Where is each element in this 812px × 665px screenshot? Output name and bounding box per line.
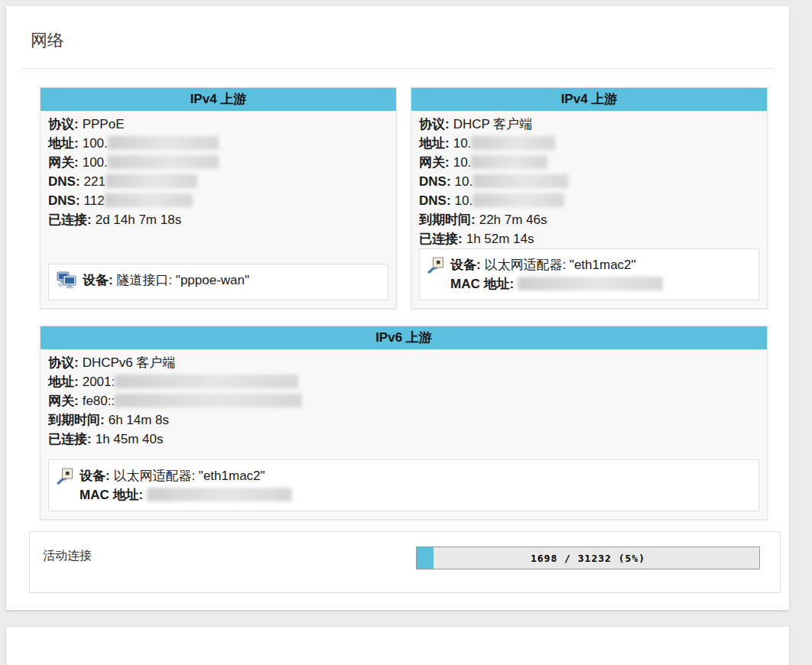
redacted-value <box>518 277 663 290</box>
mac-row: MAC 地址: <box>450 274 663 294</box>
active-connections-box: 活动连接 1698 / 31232 (5%) <box>29 531 781 593</box>
device-info: 设备: 以太网适配器: "eth1mac2" MAC 地址: <box>419 248 759 300</box>
redacted-value <box>108 155 219 169</box>
redacted-value <box>108 136 219 150</box>
connections-progress-text: 1698 / 31232 (5%) <box>417 547 759 569</box>
card-title: IPv4 上游 <box>411 88 767 111</box>
expires-row: 到期时间:22h 7m 46s <box>419 210 759 229</box>
gateway-row: 网关:100. <box>48 153 388 172</box>
expires-row: 到期时间:6h 14m 8s <box>48 410 759 430</box>
redacted-value <box>147 488 292 501</box>
card-ipv4-pppoe: IPv4 上游 协议:PPPoE 地址:100. 网关:100. DNS:221… <box>40 87 397 309</box>
device-row: 设备: 以太网适配器: "eth1mac2" <box>80 466 292 485</box>
tunnel-icon <box>57 271 77 294</box>
connected-row: 已连接:1h 45m 40s <box>48 430 759 449</box>
device-row: 设备: 以太网适配器: "eth1mac2" <box>450 255 663 274</box>
network-status-panel: 网络 IPv4 上游 协议:PPPoE 地址:100. 网关:100. DNS:… <box>6 6 789 610</box>
card-title: IPv6 上游 <box>41 326 767 349</box>
address-row: 地址:2001: <box>48 372 759 391</box>
card-ipv4-dhcp: IPv4 上游 协议:DHCP 客户端 地址:10. 网关:10. DNS:10… <box>411 87 768 309</box>
redacted-value <box>471 155 547 169</box>
redacted-value <box>115 375 298 388</box>
title-divider <box>21 68 774 69</box>
dns-row: DNS:221 <box>48 172 388 191</box>
next-section-panel <box>6 627 789 665</box>
redacted-value <box>105 193 193 207</box>
page-title: 网络 <box>6 6 789 52</box>
ethernet-icon <box>427 256 445 278</box>
dns-row: DNS:10. <box>419 191 759 210</box>
gateway-row: 网关:10. <box>419 153 759 172</box>
dns-row: DNS:10. <box>419 172 759 191</box>
protocol-row: 协议:DHCP 客户端 <box>419 115 759 134</box>
redacted-value <box>106 174 197 188</box>
redacted-value <box>115 394 302 407</box>
active-connections-label: 活动连接 <box>43 547 92 564</box>
protocol-row: 协议:PPPoE <box>48 115 388 134</box>
redacted-value <box>473 193 564 207</box>
connected-row: 已连接:1h 52m 14s <box>419 229 759 248</box>
connected-row: 已连接:2d 14h 7m 18s <box>48 210 388 229</box>
device-info: 设备: 隧道接口: "pppoe-wan" <box>48 264 388 300</box>
ethernet-icon <box>57 467 74 489</box>
device-row: 设备: 隧道接口: "pppoe-wan" <box>83 271 249 290</box>
redacted-value <box>473 174 568 188</box>
card-title: IPv4 上游 <box>41 88 396 111</box>
device-info: 设备: 以太网适配器: "eth1mac2" MAC 地址: <box>48 459 759 511</box>
card-ipv6: IPv6 上游 协议:DHCPv6 客户端 地址:2001: 网关:fe80::… <box>40 326 768 520</box>
address-row: 地址:100. <box>48 134 388 153</box>
address-row: 地址:10. <box>419 134 759 153</box>
protocol-row: 协议:DHCPv6 客户端 <box>48 353 759 372</box>
ipv4-cards-row: IPv4 上游 协议:PPPoE 地址:100. 网关:100. DNS:221… <box>40 87 768 309</box>
connections-progress-bar: 1698 / 31232 (5%) <box>416 547 760 569</box>
redacted-value <box>471 136 555 150</box>
gateway-row: 网关:fe80:: <box>48 391 759 410</box>
dns-row: DNS:112 <box>48 191 388 210</box>
mac-row: MAC 地址: <box>80 485 292 504</box>
